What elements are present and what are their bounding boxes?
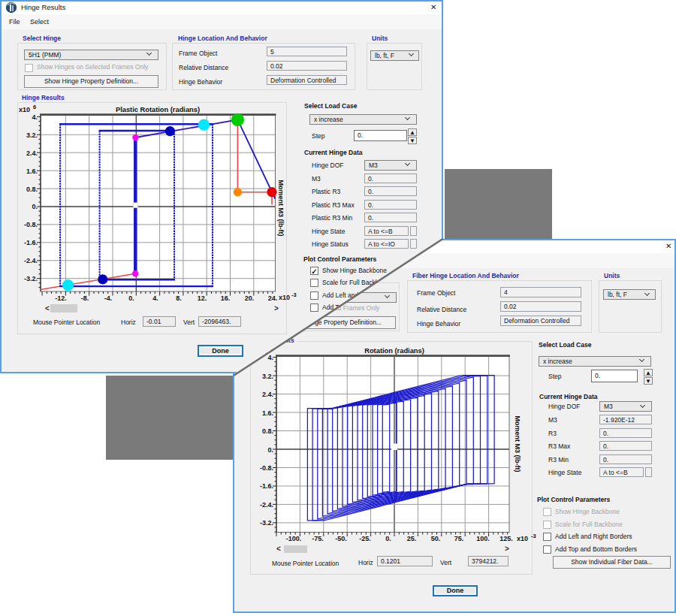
- svg-text:-50.: -50.: [335, 535, 347, 542]
- svg-text:8.: 8.: [176, 294, 182, 302]
- svg-text:2.4.: 2.4.: [26, 149, 38, 157]
- svg-text:-0.8.: -0.8.: [24, 221, 38, 228]
- svg-text:2.4.: 2.4.: [262, 391, 273, 398]
- svg-text:-2.4.: -2.4.: [24, 257, 38, 264]
- svg-text:-1.6.: -1.6.: [24, 239, 38, 246]
- svg-text:-3.2.: -3.2.: [24, 275, 38, 282]
- svg-text:x10: x10: [279, 294, 290, 301]
- svg-text:x10: x10: [517, 535, 528, 542]
- svg-text:-2.4.: -2.4.: [260, 501, 273, 509]
- svg-text:Moment M3 (lb-ft): Moment M3 (lb-ft): [277, 180, 285, 237]
- svg-text:Moment M3 (lb-ft): Moment M3 (lb-ft): [514, 416, 521, 473]
- svg-text:0.: 0.: [128, 294, 134, 302]
- svg-text:-3.2.: -3.2.: [260, 519, 273, 527]
- svg-text:3.2.: 3.2.: [262, 373, 273, 380]
- svg-text:0.: 0.: [385, 535, 391, 542]
- svg-text:100.: 100.: [476, 535, 490, 542]
- svg-text:125.: 125.: [499, 535, 513, 542]
- svg-text:-8.: -8.: [81, 294, 89, 302]
- svg-text:3.2.: 3.2.: [26, 131, 38, 139]
- svg-text:Plastic Rotation (radians): Plastic Rotation (radians): [116, 106, 200, 113]
- svg-text:50.: 50.: [431, 535, 441, 542]
- svg-text:-4.: -4.: [104, 294, 113, 302]
- svg-text:25.: 25.: [407, 535, 417, 542]
- svg-text:-25.: -25.: [359, 535, 371, 542]
- svg-text:-1.6.: -1.6.: [260, 482, 273, 490]
- svg-text:1.6.: 1.6.: [262, 409, 273, 417]
- svg-text:75.: 75.: [454, 535, 464, 542]
- svg-text:-12.: -12.: [55, 294, 67, 302]
- svg-text:-3: -3: [291, 291, 297, 298]
- svg-text:0.: 0.: [267, 446, 273, 454]
- svg-text:4.: 4.: [152, 294, 158, 302]
- svg-text:x10: x10: [19, 106, 30, 113]
- svg-text:-75.: -75.: [312, 535, 324, 542]
- svg-text:Rotation (radians): Rotation (radians): [364, 347, 424, 355]
- svg-text:16.: 16.: [221, 294, 231, 302]
- svg-text:24.: 24.: [268, 294, 278, 302]
- svg-text:-3: -3: [531, 533, 536, 539]
- svg-text:0.8.: 0.8.: [262, 427, 273, 435]
- svg-text:20.: 20.: [245, 294, 255, 302]
- svg-text:4.: 4.: [32, 113, 38, 121]
- svg-text:1.6.: 1.6.: [26, 168, 38, 175]
- svg-text:4.: 4.: [267, 354, 273, 361]
- svg-text:12.: 12.: [198, 294, 207, 302]
- svg-text:-0.8.: -0.8.: [260, 464, 273, 472]
- svg-text:0.8.: 0.8.: [26, 186, 38, 193]
- svg-text:-100.: -100.: [286, 535, 302, 542]
- svg-text:0.: 0.: [32, 203, 38, 210]
- svg-text:6: 6: [33, 104, 36, 110]
